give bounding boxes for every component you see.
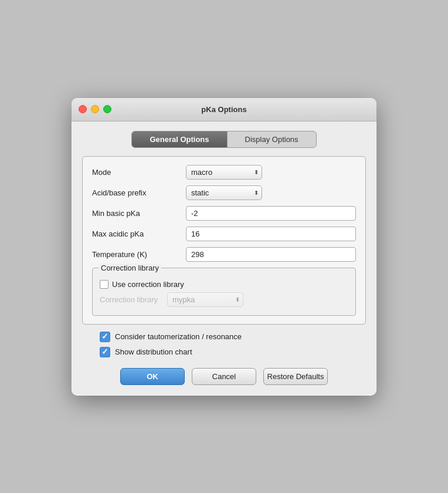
mode-select-wrapper: macro micro isoelectric: [186, 165, 262, 180]
temperature-control: [186, 247, 356, 262]
close-button[interactable]: [79, 105, 87, 113]
temperature-input[interactable]: [186, 247, 356, 262]
use-correction-row: Use correction library: [100, 280, 348, 289]
min-basic-row: Min basic pKa: [92, 206, 356, 221]
main-panel: Mode macro micro isoelectric Acid/base p…: [82, 156, 366, 325]
min-basic-input[interactable]: [186, 206, 356, 221]
correction-library-label: Correction library: [100, 295, 158, 304]
distribution-checkbox[interactable]: [100, 347, 110, 357]
bottom-options: Consider tautomerization / resonance Sho…: [100, 332, 366, 357]
min-basic-control: [186, 206, 356, 221]
cancel-button[interactable]: Cancel: [192, 368, 256, 385]
traffic-lights: [79, 105, 111, 113]
correction-section: Correction library Use correction librar…: [92, 268, 356, 316]
temperature-row: Temperature (K): [92, 247, 356, 262]
min-basic-label: Min basic pKa: [92, 209, 186, 218]
acid-base-control: static dynamic: [186, 185, 356, 200]
correction-library-row: Correction library mypka: [100, 292, 348, 307]
button-row: OK Cancel Restore Defaults: [82, 368, 366, 385]
correction-legend: Correction library: [99, 264, 161, 272]
tab-group: General Options Display Options: [131, 131, 316, 148]
use-correction-text: Use correction library: [112, 280, 184, 289]
main-window: pKa Options General Options Display Opti…: [72, 98, 376, 396]
restore-defaults-button[interactable]: Restore Defaults: [263, 368, 328, 385]
acid-base-select[interactable]: static dynamic: [186, 185, 262, 200]
tabs-container: General Options Display Options: [82, 131, 366, 148]
mode-control: macro micro isoelectric: [186, 165, 356, 180]
acid-base-select-wrapper: static dynamic: [186, 185, 262, 200]
distribution-row: Show distribution chart: [100, 347, 366, 357]
tab-display[interactable]: Display Options: [228, 131, 316, 147]
mode-row: Mode macro micro isoelectric: [92, 165, 356, 180]
temperature-label: Temperature (K): [92, 250, 186, 259]
max-acidic-label: Max acidic pKa: [92, 229, 186, 238]
tautomerization-checkbox[interactable]: [100, 332, 110, 342]
maximize-button[interactable]: [103, 105, 111, 113]
acid-base-row: Acid/base prefix static dynamic: [92, 185, 356, 200]
tautomerization-label: Consider tautomerization / resonance: [115, 332, 242, 341]
window-content: General Options Display Options Mode mac…: [72, 121, 376, 396]
max-acidic-input[interactable]: [186, 227, 356, 241]
distribution-label: Show distribution chart: [115, 347, 192, 356]
correction-library-select[interactable]: mypka: [167, 292, 243, 307]
mode-select[interactable]: macro micro isoelectric: [186, 165, 262, 180]
mode-label: Mode: [92, 168, 186, 177]
max-acidic-control: [186, 227, 356, 241]
minimize-button[interactable]: [91, 105, 99, 113]
use-correction-checkbox[interactable]: [100, 280, 108, 289]
max-acidic-row: Max acidic pKa: [92, 227, 356, 241]
correction-library-select-wrapper: mypka: [167, 292, 243, 307]
acid-base-label: Acid/base prefix: [92, 188, 186, 197]
ok-button[interactable]: OK: [120, 368, 185, 385]
window-title: pKa Options: [201, 105, 246, 114]
use-correction-label[interactable]: Use correction library: [100, 280, 184, 289]
title-bar: pKa Options: [72, 98, 376, 121]
tautomerization-row: Consider tautomerization / resonance: [100, 332, 366, 342]
tab-general[interactable]: General Options: [132, 131, 227, 147]
